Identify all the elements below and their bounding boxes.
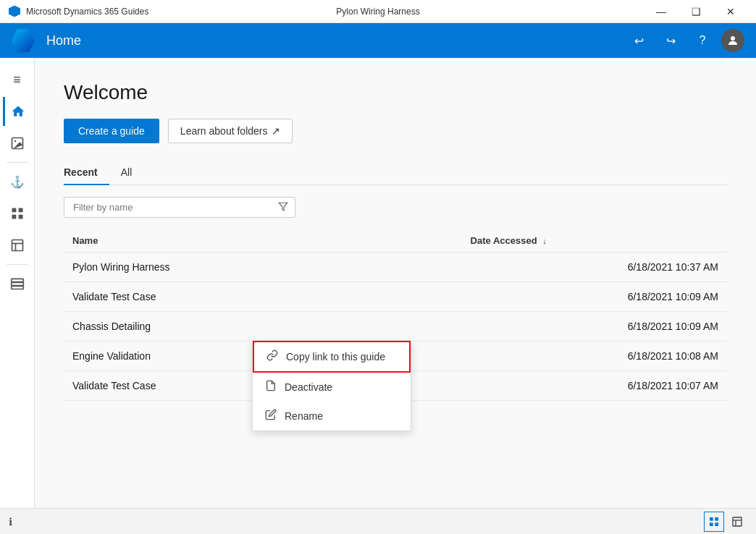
filter-input-wrap [64,197,295,218]
app-name: Microsoft Dynamics 365 Guides [26,7,148,17]
welcome-title: Welcome [64,81,727,104]
rename-icon [264,409,277,423]
help-icon: ? [700,34,706,47]
sidebar: ≡ ⚓ [0,58,35,508]
undo-icon: ↩ [634,34,644,48]
guide-date: 6/18/2021 10:07 AM [462,371,727,401]
list-view-button[interactable] [727,512,747,532]
guide-date: 6/18/2021 10:37 AM [462,253,727,282]
guide-name: Pylon Wiring Harness [64,253,462,282]
sidebar-divider-1 [7,162,28,163]
context-menu: Copy link to this guide Deactivate Renam… [252,340,411,431]
footer-view-controls [704,512,747,532]
svg-rect-4 [18,208,22,213]
title-bar: Microsoft Dynamics 365 Guides Pylon Wiri… [0,0,756,23]
learn-folders-button[interactable]: Learn about folders ↗ [168,119,293,143]
redo-button[interactable]: ↪ [658,27,684,54]
svg-rect-18 [733,517,742,526]
help-button[interactable]: ? [689,27,715,54]
filter-input[interactable] [64,197,295,218]
svg-rect-14 [710,517,713,521]
window-controls: — ❑ ✕ [644,0,747,23]
deactivate-label: Deactivate [285,381,332,393]
svg-rect-7 [12,240,22,251]
main-layout: ≡ ⚓ Welcome Create a guide Learn about f… [0,58,756,508]
table-header: Name Date Accessed ↓ [64,229,727,253]
anchor-icon: ⚓ [10,175,25,189]
svg-rect-17 [715,522,718,526]
sidebar-item-storage[interactable] [3,269,32,298]
tab-all[interactable]: All [109,161,144,185]
rename-label: Rename [285,410,323,422]
nav-actions: ↩ ↪ ? [626,27,744,54]
external-link-icon: ↗ [272,125,280,137]
svg-rect-6 [18,215,22,219]
guide-date: 6/18/2021 10:08 AM [462,342,727,371]
copy-link-label: Copy link to this guide [286,351,385,363]
app-logo [12,29,35,52]
svg-point-2 [14,140,15,143]
guide-name: Chassis Detailing [64,312,462,342]
copy-link-icon [266,349,279,364]
undo-button[interactable]: ↩ [626,27,652,54]
title-bar-left: Microsoft Dynamics 365 Guides [9,6,148,17]
guide-name: Validate Test Case [64,282,462,312]
sidebar-item-table[interactable] [3,231,32,260]
content-area: Welcome Create a guide Learn about folde… [35,58,756,508]
svg-point-0 [731,36,735,41]
sidebar-item-grid[interactable] [3,199,32,228]
deactivate-icon [264,380,277,394]
col-date[interactable]: Date Accessed ↓ [462,229,727,253]
footer-info: ℹ [9,516,12,527]
svg-rect-3 [12,208,16,213]
sidebar-divider-2 [7,264,28,265]
context-menu-item-deactivate[interactable]: Deactivate [253,373,411,402]
maximize-button[interactable]: ❑ [679,0,713,23]
svg-rect-5 [12,215,16,219]
action-buttons: Create a guide Learn about folders ↗ [64,119,727,143]
create-guide-button[interactable]: Create a guide [64,119,159,143]
table-row[interactable]: Chassis Detailing 6/18/2021 10:09 AM [64,312,727,342]
guide-date: 6/18/2021 10:09 AM [462,312,727,342]
col-name: Name [64,229,462,253]
window-title: Pylon Wiring Harness [336,7,419,17]
filter-row [64,197,727,218]
learn-folders-label: Learn about folders [180,125,268,137]
footer: ℹ [0,508,756,534]
sidebar-item-home[interactable] [3,97,32,126]
tab-recent[interactable]: Recent [64,161,109,185]
guide-date: 6/18/2021 10:09 AM [462,282,727,312]
tab-bar: Recent All [64,161,727,185]
svg-rect-11 [11,282,23,285]
nav-title: Home [46,33,614,48]
context-menu-item-copy-link[interactable]: Copy link to this guide [253,341,411,373]
sort-arrow: ↓ [542,237,547,245]
sidebar-item-images[interactable] [3,129,32,158]
svg-rect-12 [11,286,23,289]
menu-icon: ≡ [13,72,21,88]
svg-rect-15 [715,517,718,521]
info-icon[interactable]: ℹ [9,516,12,527]
minimize-button[interactable]: — [644,0,678,23]
table-row[interactable]: Validate Test Case 6/18/2021 10:09 AM [64,282,727,312]
sidebar-item-anchor[interactable]: ⚓ [3,167,32,196]
svg-rect-16 [710,522,713,526]
user-avatar[interactable] [721,29,744,52]
context-menu-item-rename[interactable]: Rename [253,402,411,431]
sidebar-item-menu[interactable]: ≡ [3,65,32,94]
app-icon [9,6,20,17]
nav-bar: Home ↩ ↪ ? [0,23,756,58]
table-row[interactable]: Pylon Wiring Harness 6/18/2021 10:37 AM [64,253,727,282]
close-button[interactable]: ✕ [714,0,747,23]
redo-icon: ↪ [666,34,676,48]
grid-view-button[interactable] [704,512,724,532]
svg-rect-10 [11,279,23,281]
